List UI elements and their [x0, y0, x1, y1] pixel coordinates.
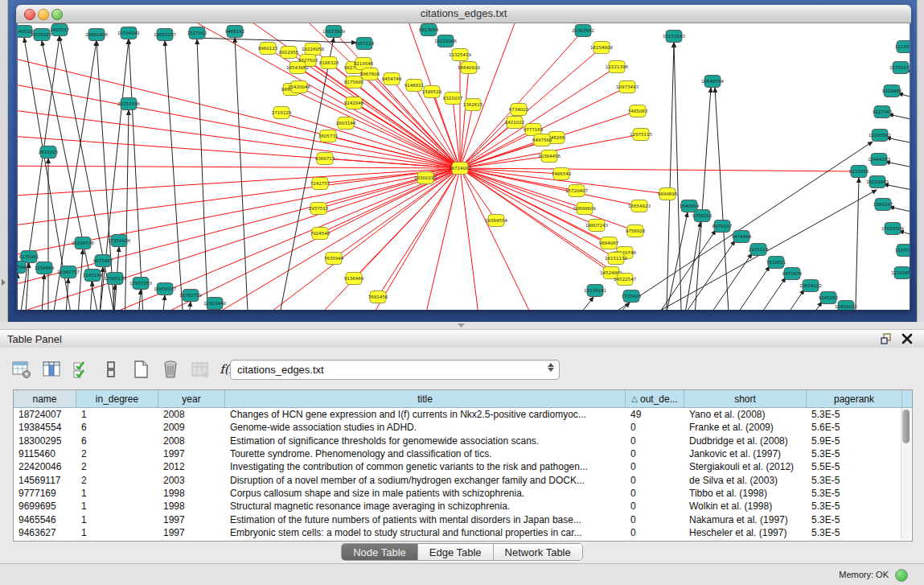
citation-edge-black[interactable]	[674, 43, 682, 310]
column-header-in_degree[interactable]: in_degree	[76, 390, 158, 407]
column-visibility-icon[interactable]	[41, 359, 62, 380]
graph-node[interactable]: 16543862	[286, 62, 309, 74]
citation-edge-black[interactable]	[884, 184, 910, 194]
graph-node[interactable]: 2935114	[749, 244, 769, 256]
network-window-titlebar[interactable]: citations_edges.txt	[16, 5, 911, 23]
citation-edge-black[interactable]	[235, 38, 249, 310]
table-row[interactable]: 969969511998Structural magnetic resonanc…	[14, 500, 912, 513]
citation-edge-black[interactable]	[886, 138, 910, 147]
graph-node[interactable]: 15136141	[584, 285, 606, 297]
table-row[interactable]: 1872400712008Changes of HCN gene express…	[14, 408, 912, 421]
graph-node[interactable]: 18226058	[302, 43, 324, 56]
graph-node[interactable]: 12160455	[891, 267, 910, 279]
citation-edge-red[interactable]	[18, 168, 460, 198]
node-table[interactable]: namein_degreeyeartitle△out_de...shortpag…	[13, 389, 913, 542]
citation-edge-black[interactable]	[659, 212, 688, 310]
tab-edge-table[interactable]: Edge Table	[418, 544, 494, 560]
graph-node[interactable]: 16151132	[605, 253, 627, 265]
horizontal-splitter[interactable]	[0, 322, 924, 330]
citation-edge-black[interactable]	[129, 39, 145, 310]
graph-node[interactable]: 12450012	[835, 301, 857, 311]
graph-node[interactable]: 8454749	[382, 73, 402, 85]
graph-node[interactable]: 10653257	[154, 29, 176, 41]
graph-node[interactable]: 16782759	[179, 290, 202, 302]
graph-node[interactable]: 20206536	[72, 237, 94, 249]
graph-node[interactable]: 17957253	[129, 278, 152, 290]
graph-node[interactable]: 20891406	[85, 29, 108, 41]
tab-node-table[interactable]: Node Table	[342, 544, 418, 560]
graph-node[interactable]: 1145194	[83, 270, 103, 282]
graph-node[interactable]: 9756928	[626, 225, 646, 237]
graph-node[interactable]: 1403557	[50, 24, 70, 36]
graph-node[interactable]: 7485063	[628, 105, 648, 117]
graph-node[interactable]: 12221396	[606, 61, 628, 73]
graph-node[interactable]: 2957513	[309, 203, 329, 215]
citation-edge-black[interactable]	[197, 39, 209, 310]
graph-node[interactable]: 9884067	[599, 237, 619, 249]
graph-node[interactable]: 9136469	[344, 273, 364, 285]
graph-node[interactable]: 14522547	[614, 274, 636, 286]
citation-edge-black[interactable]	[88, 282, 92, 310]
citation-edge-black[interactable]	[673, 241, 735, 310]
graph-node[interactable]: 1733426	[622, 290, 642, 303]
graph-node[interactable]: 7632621	[766, 257, 786, 269]
citation-edge-black[interactable]	[666, 43, 674, 310]
graph-node[interactable]: 7924540	[310, 228, 331, 240]
citation-edge-black[interactable]	[889, 207, 910, 216]
citation-edge-red[interactable]	[354, 168, 460, 310]
graph-node[interactable]: 6734023	[509, 104, 529, 116]
graph-node[interactable]: 9899695	[658, 188, 678, 200]
graph-node[interactable]: 8471676	[782, 268, 803, 280]
column-header-title[interactable]: title	[225, 390, 626, 407]
graph-node[interactable]: 20364456	[538, 150, 561, 163]
graph-node[interactable]: 2867608	[360, 68, 380, 80]
graph-node[interactable]: 2616205	[39, 146, 59, 159]
graph-node[interactable]: 1362615	[463, 99, 483, 111]
column-header-name[interactable]: name	[14, 390, 76, 407]
graph-node[interactable]: 10688609	[573, 203, 596, 215]
citation-edge-black[interactable]	[137, 290, 141, 310]
graph-node[interactable]: 1112503	[895, 41, 910, 53]
graph-node[interactable]: 12093582	[869, 130, 891, 142]
graph-node[interactable]: 7486540	[552, 168, 572, 180]
citation-edge-black[interactable]	[885, 162, 910, 171]
graph-node[interactable]: 391594	[18, 262, 27, 274]
graph-node[interactable]: 17359924	[108, 235, 130, 247]
graph-node[interactable]: 16210643	[866, 176, 889, 188]
graph-node[interactable]: 16654923	[628, 200, 651, 212]
graph-node[interactable]: 8960123	[258, 43, 278, 55]
citation-edge-black[interactable]	[187, 302, 191, 310]
graph-node[interactable]: 9975887	[93, 255, 113, 267]
table-row[interactable]: 946554611997Estimation of the future num…	[14, 513, 912, 525]
graph-node[interactable]: 1588520	[422, 86, 442, 98]
column-header-year[interactable]: year	[158, 390, 225, 407]
citation-edge-black[interactable]	[889, 114, 910, 124]
graph-node[interactable]: 1527002	[187, 27, 207, 39]
splitter-handle-icon[interactable]	[458, 323, 465, 328]
new-column-icon[interactable]	[130, 359, 151, 380]
graph-node[interactable]: 2803144	[336, 117, 356, 130]
graph-node[interactable]: 8912955	[279, 47, 299, 59]
scrollbar-thumb[interactable]	[902, 410, 910, 443]
citation-edge-black[interactable]	[193, 38, 356, 43]
graph-node[interactable]: 9368713	[315, 153, 335, 165]
citation-edge-red[interactable]	[97, 168, 460, 310]
citation-edge-black[interactable]	[693, 88, 711, 310]
graph-node[interactable]: 12923448	[203, 298, 226, 310]
graph-node[interactable]: 9358218	[692, 210, 713, 222]
table-row[interactable]: 977716911998Corpus callosum shape and si…	[14, 487, 912, 500]
citation-edge-black[interactable]	[587, 303, 630, 310]
graph-node[interactable]: 6879197	[713, 220, 733, 233]
graph-node[interactable]: 15720407	[565, 185, 588, 197]
graph-node[interactable]: 9466162	[225, 26, 245, 38]
citation-edge-red[interactable]	[18, 134, 460, 168]
delete-column-icon[interactable]	[160, 359, 181, 380]
row-options-icon[interactable]	[101, 359, 121, 380]
graph-node[interactable]: 18807243	[585, 220, 608, 232]
collapse-left-icon[interactable]	[2, 279, 6, 286]
graph-node[interactable]: 19704041	[117, 27, 140, 39]
graph-node[interactable]: 10654122	[799, 280, 822, 292]
graph-node[interactable]: 19384554	[485, 215, 507, 227]
column-header-pagerank[interactable]: pagerank	[807, 390, 902, 407]
column-header-out_de[interactable]: △out_de...	[626, 390, 684, 407]
